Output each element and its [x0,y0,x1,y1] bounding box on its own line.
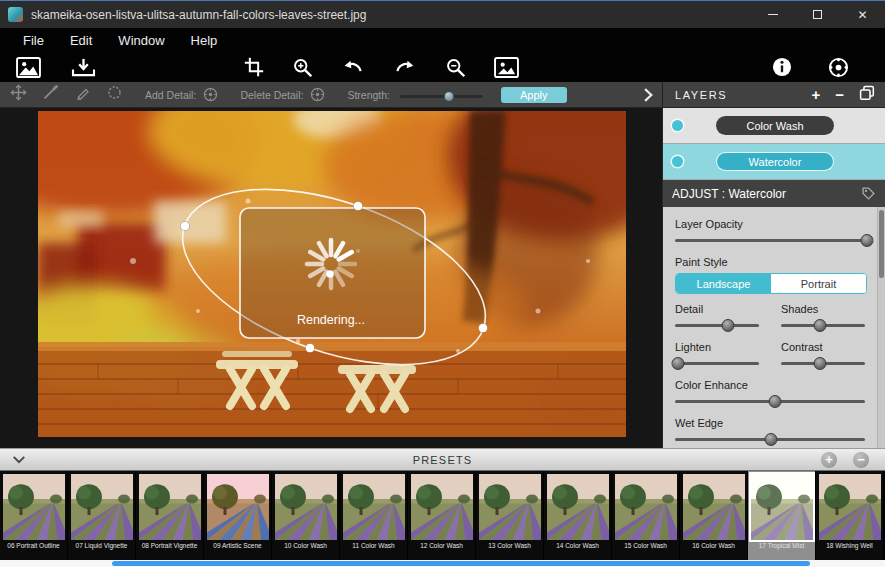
strength-slider[interactable] [400,89,485,103]
brush-tool-button[interactable] [42,84,59,105]
layer-row-watercolor[interactable]: Watercolor [663,144,885,180]
layer-opacity-label: Layer Opacity [675,218,867,230]
dial-icon [310,87,325,102]
crop-button[interactable] [244,57,264,77]
preset-item[interactable]: 11 Color Wash [340,471,408,560]
slider-handle[interactable] [444,91,455,102]
preset-thumbnail-image [3,474,65,540]
paint-style-portrait[interactable]: Portrait [771,274,866,293]
paint-style-segmented: Landscape Portrait [675,273,867,294]
brush-icon [42,84,59,101]
preview-button[interactable] [494,57,519,78]
photo-button[interactable] [16,57,41,78]
preset-label: 11 Color Wash [343,542,405,550]
scrollbar-thumb[interactable] [112,561,810,566]
preset-label: 15 Color Wash [615,542,677,550]
import-button[interactable] [71,57,96,78]
slider-track [675,239,865,242]
layer-opacity-slider[interactable] [675,233,867,247]
eraser-tool-button[interactable] [106,84,123,105]
collapse-presets-button[interactable] [12,455,26,464]
ellipse-handle[interactable] [180,221,189,230]
ellipse-handle[interactable] [478,323,487,332]
menu-item-window[interactable]: Window [105,28,177,52]
add-detail-dial[interactable] [203,87,218,102]
layer-row-color-wash[interactable]: Color Wash [663,108,885,144]
zoom-out-button[interactable] [445,57,466,78]
preview-image-icon [494,57,519,78]
menu-item-file[interactable]: File [10,28,57,52]
main-toolbar [0,52,885,82]
preset-item[interactable]: 13 Color Wash [476,471,544,560]
preset-item[interactable]: 18 Wishing Well [816,471,884,560]
menu-item-help[interactable]: Help [178,28,231,52]
menu-item-edit[interactable]: Edit [57,28,105,52]
preset-item[interactable]: 14 Color Wash [544,471,612,560]
settings-icon [828,57,849,78]
add-preset-button[interactable]: + [821,452,837,468]
move-tool-button[interactable] [10,84,27,105]
preset-tag-icon[interactable] [861,186,876,201]
remove-preset-button[interactable]: − [853,452,869,468]
shades-slider[interactable] [781,318,867,332]
slider-handle[interactable] [813,319,826,332]
settings-button[interactable] [828,57,849,78]
preset-item[interactable]: 08 Portrait Vignette [136,471,204,560]
zoom-in-button[interactable] [292,57,313,78]
color-enhance-label: Color Enhance [675,379,867,391]
slider-handle[interactable] [765,433,778,446]
crop-icon [244,57,264,77]
preset-item[interactable]: 16 Color Wash [680,471,748,560]
slider-handle[interactable] [768,395,781,408]
layer-name-pill[interactable]: Watercolor [716,152,834,171]
detail-slider[interactable] [675,318,761,332]
zoom-in-icon [292,57,313,78]
menubar: File Edit Window Help [0,28,885,52]
preset-item[interactable]: 06 Portrait Outline [0,471,68,560]
expand-detail-bar-button[interactable] [643,87,653,103]
delete-detail-dial[interactable] [310,87,325,102]
preset-item[interactable]: 10 Color Wash [272,471,340,560]
adjust-panel-scrollbar[interactable] [877,207,885,448]
info-button[interactable] [772,57,792,77]
adjust-panel-header: ADJUST : Watercolor [663,180,885,207]
ellipse-handle[interactable] [305,343,314,352]
preset-item[interactable]: 17 Tropical Mist [748,471,816,560]
preset-item[interactable]: 15 Color Wash [612,471,680,560]
preset-item[interactable]: 09 Artistic Scene [204,471,272,560]
maximize-button[interactable] [795,1,840,28]
undo-button[interactable] [341,57,365,77]
preset-thumbnail-image [479,474,541,540]
slider-handle[interactable] [813,357,826,370]
close-button[interactable]: ✕ [840,1,885,28]
minimize-button[interactable] [750,1,795,28]
add-layer-button[interactable]: + [811,87,820,102]
preset-item[interactable]: 12 Color Wash [408,471,476,560]
duplicate-layer-button[interactable] [859,85,875,105]
canvas-image[interactable]: Rendering... [38,111,626,437]
slider-track [675,324,759,327]
color-enhance-slider[interactable] [675,394,867,408]
slider-handle[interactable] [672,357,685,370]
slider-handle[interactable] [722,319,735,332]
pen-tool-button[interactable] [74,84,91,105]
rendering-status: Rendering... [297,313,365,327]
redo-button[interactable] [393,57,417,77]
layers-panel-header: LAYERS + − [662,82,885,108]
slider-handle[interactable] [861,234,874,247]
contrast-slider[interactable] [781,356,867,370]
scrollbar-thumb[interactable] [879,210,884,278]
preset-thumbnail-image [411,474,473,540]
preset-strip: 06 Portrait Outline07 Liquid Vignette08 … [0,471,885,560]
remove-layer-button[interactable]: − [835,87,844,102]
layer-name-pill[interactable]: Color Wash [716,116,834,135]
apply-button[interactable]: Apply [501,87,567,103]
lighten-slider[interactable] [675,356,761,370]
paint-style-landscape[interactable]: Landscape [676,274,771,293]
preset-scrollbar[interactable] [0,560,885,567]
preset-item[interactable]: 07 Liquid Vignette [68,471,136,560]
ellipse-handle[interactable] [353,201,362,210]
layer-visibility-dot[interactable] [672,156,683,167]
wet-edge-slider[interactable] [675,432,867,446]
layer-visibility-dot[interactable] [672,120,683,131]
